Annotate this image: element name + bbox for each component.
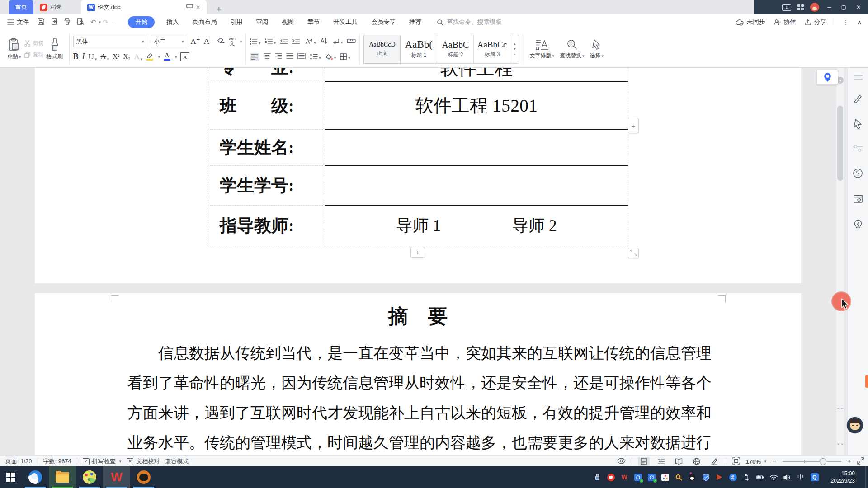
page-view-icon[interactable]	[638, 457, 650, 466]
align-left-button[interactable]	[250, 53, 259, 61]
tray-volume-icon[interactable]	[783, 474, 791, 481]
start-button[interactable]	[0, 466, 22, 488]
tab-close-icon[interactable]: ✕	[196, 4, 200, 10]
font-name-select[interactable]: 黑体▾	[73, 36, 147, 47]
sync-status-button[interactable]: 未同步	[736, 18, 765, 26]
more-menu-icon[interactable]: ⋮	[843, 19, 849, 26]
tray-wifi-icon[interactable]	[770, 474, 778, 481]
tray-search-icon[interactable]	[675, 474, 683, 481]
table-row[interactable]: 学生姓名:	[208, 130, 628, 166]
ime-indicator[interactable]: 中	[797, 474, 805, 481]
taskbar-project-app[interactable]	[76, 466, 103, 488]
document-page-2[interactable]: 摘 要 信息数据从传统到当代，是一直在变革当中，突如其来的互联网让传统的信息管理…	[35, 293, 801, 455]
tab-recommend[interactable]: 推荐	[409, 18, 421, 26]
proofread-button[interactable]: ✕ 文档校对	[127, 457, 160, 465]
annotate-pen-icon[interactable]	[853, 93, 863, 105]
styles-more-icon[interactable]: ≡	[514, 52, 516, 56]
ink-pen-icon[interactable]	[708, 457, 720, 466]
undo-dropdown-icon[interactable]: ▾	[99, 20, 101, 24]
shrink-font-button[interactable]: A⁻	[204, 37, 213, 46]
zoom-out-button[interactable]: −	[772, 457, 776, 465]
align-right-button[interactable]	[275, 53, 282, 61]
save-icon[interactable]	[37, 18, 45, 27]
zoom-in-button[interactable]: +	[847, 457, 851, 465]
adjust-sliders-icon[interactable]	[853, 145, 863, 155]
word-count[interactable]: 字数: 9674	[43, 457, 71, 465]
tray-wps-icon[interactable]: W	[621, 474, 628, 481]
file-menu[interactable]: 文件	[7, 18, 29, 26]
dropdown-icon[interactable]: ▾	[240, 39, 242, 44]
account-avatar[interactable]	[810, 3, 819, 12]
tray-hub-icon[interactable]	[661, 474, 669, 481]
style-normal[interactable]: AaBbCcD 正文	[363, 35, 401, 64]
table-row[interactable]: 专 业: 软件工程	[208, 68, 628, 82]
text-layout-button[interactable]: 文字排版▾	[527, 33, 557, 66]
fullscreen-icon[interactable]	[857, 457, 864, 466]
taskbar-wps-office[interactable]: W	[103, 466, 130, 488]
tab-section[interactable]: 章节	[307, 18, 320, 26]
tab-insert[interactable]: 插入	[166, 18, 179, 26]
line-spacing-button[interactable]: ▾	[310, 53, 321, 60]
insert-column-button[interactable]: +	[628, 118, 639, 133]
web-layout-icon[interactable]	[691, 457, 703, 466]
window-badge-icon[interactable]: 1	[782, 4, 791, 11]
fit-page-icon[interactable]	[732, 457, 740, 466]
style-heading2[interactable]: AaBbC 标题 2	[437, 35, 474, 64]
font-color-button[interactable]: A	[164, 53, 170, 61]
copy-button[interactable]: 复制	[24, 51, 44, 59]
select-button[interactable]: 选择▾	[587, 33, 606, 66]
share-button[interactable]: 分享	[804, 18, 826, 26]
document-canvas[interactable]: 摘 要 信息数据从传统到当代，是一直在变革当中，突如其来的互联网让传统的信息管理…	[0, 68, 868, 455]
table-value-cell[interactable]: 导师 1 导师 2	[325, 206, 628, 246]
table-label-cell[interactable]: 专 业:	[208, 68, 325, 82]
tab-home-ribbon[interactable]: 开始	[128, 16, 155, 28]
style-heading3[interactable]: AaBbCc 标题 3	[474, 35, 510, 64]
taskbar-qq-browser[interactable]	[22, 466, 49, 488]
tray-usb-device-icon[interactable]	[594, 474, 601, 481]
page-indicator[interactable]: 页面: 1/30	[5, 457, 32, 465]
zoom-level-select[interactable]: 170% ▾	[746, 458, 767, 465]
sort-button[interactable]	[320, 37, 328, 46]
tab-document[interactable]: W 论文.doc ✕	[81, 0, 207, 14]
tab-home[interactable]: 首页	[9, 0, 33, 14]
table-label-cell[interactable]: 学生姓名:	[208, 130, 325, 166]
decrease-indent-button[interactable]	[280, 37, 288, 46]
minimize-button[interactable]: ─	[826, 4, 833, 10]
outline-view-icon[interactable]	[656, 457, 667, 466]
numbering-button[interactable]: ▾	[265, 38, 276, 45]
bullets-button[interactable]: ▾	[250, 38, 261, 45]
distribute-button[interactable]	[297, 53, 306, 61]
smart-assistant-icon[interactable]	[853, 219, 863, 232]
shading-button[interactable]: ▾	[325, 53, 336, 60]
cut-button[interactable]: 剪切	[24, 40, 44, 47]
tray-qq-browser-icon[interactable]: Q	[811, 473, 819, 481]
borders-button[interactable]: ▾	[340, 53, 350, 60]
next-page-icon[interactable]: ⌄⌄	[836, 441, 844, 445]
phonetic-guide-button[interactable]: wén 文	[229, 37, 236, 46]
tray-usb-safe-icon[interactable]	[743, 474, 750, 481]
clear-format-button[interactable]	[217, 37, 225, 46]
table-row[interactable]: 班 级: 软件工程 15201	[208, 82, 628, 130]
underline-button[interactable]: U▾	[89, 52, 97, 61]
document-locator-button[interactable]	[816, 70, 838, 85]
table-value-cell[interactable]	[325, 166, 628, 206]
tab-references[interactable]: 引用	[230, 18, 242, 26]
styles-up-icon[interactable]: ▲	[513, 42, 516, 46]
spellcheck-toggle[interactable]: ✓ 拼写检查 ▾	[83, 457, 122, 465]
close-button[interactable]: ✕	[854, 4, 863, 10]
find-replace-button[interactable]: 查找替换▾	[557, 33, 587, 66]
select-tool-icon[interactable]	[853, 118, 863, 131]
cast-icon[interactable]	[186, 4, 193, 11]
format-painter-button[interactable]: 格式刷	[44, 33, 66, 66]
drag-handle-icon[interactable]	[854, 75, 863, 80]
text-direction-button[interactable]: ▾	[304, 38, 316, 45]
help-icon[interactable]	[853, 168, 863, 180]
justify-button[interactable]	[286, 53, 293, 61]
table-label-cell[interactable]: 指导教师:	[208, 206, 325, 246]
paste-button[interactable]: 粘贴▾	[5, 33, 24, 66]
highlight-color-button[interactable]	[146, 53, 153, 61]
style-heading1[interactable]: AaBb( 标题 1	[401, 35, 437, 64]
dropdown-icon[interactable]: ▾	[158, 55, 160, 59]
tab-stops-button[interactable]	[347, 38, 356, 46]
eye-protect-icon[interactable]	[617, 458, 626, 465]
